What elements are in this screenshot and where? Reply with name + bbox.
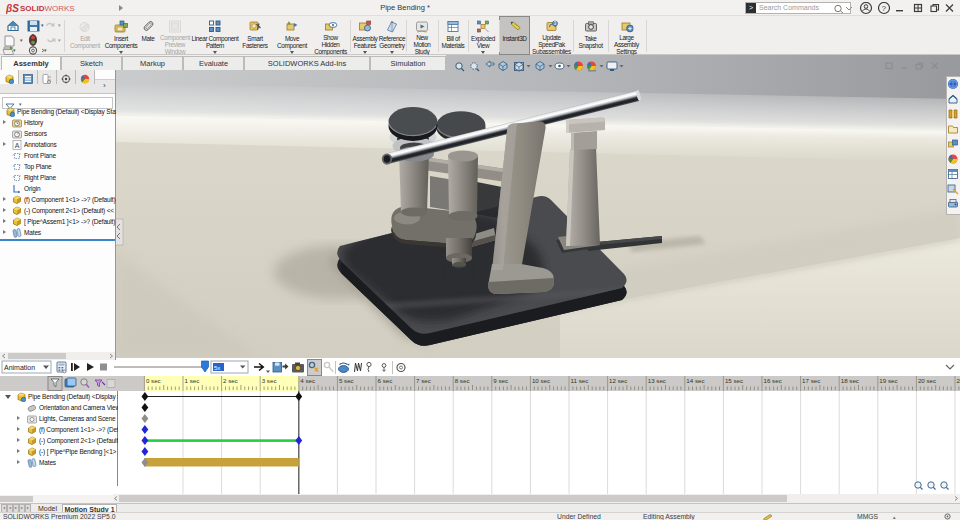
svg-text:0 sec: 0 sec <box>146 377 161 384</box>
svg-text:4 sec: 4 sec <box>300 377 315 384</box>
svg-text:15 sec: 15 sec <box>725 377 743 384</box>
svg-text:19 sec: 19 sec <box>879 377 897 384</box>
svg-text:12 sec: 12 sec <box>609 377 627 384</box>
svg-text:13 sec: 13 sec <box>648 377 666 384</box>
svg-text:6 sec: 6 sec <box>378 377 393 384</box>
svg-text:18 sec: 18 sec <box>841 377 859 384</box>
svg-text:9 sec: 9 sec <box>493 377 508 384</box>
svg-text:14 sec: 14 sec <box>686 377 704 384</box>
svg-text:5x: 5x <box>214 365 220 371</box>
svg-text:Animation: Animation <box>4 364 35 371</box>
svg-text:7 sec: 7 sec <box>416 377 431 384</box>
svg-text:1 sec: 1 sec <box>185 377 200 384</box>
svg-text:20 sec: 20 sec <box>918 377 936 384</box>
svg-text:?: ? <box>882 4 887 13</box>
svg-text:16 sec: 16 sec <box>764 377 782 384</box>
svg-text:2 sec: 2 sec <box>223 377 238 384</box>
svg-text:5 sec: 5 sec <box>339 377 354 384</box>
svg-text:8 sec: 8 sec <box>455 377 470 384</box>
svg-text:10 sec: 10 sec <box>532 377 550 384</box>
svg-text:3 sec: 3 sec <box>262 377 277 384</box>
svg-text:17 sec: 17 sec <box>802 377 820 384</box>
svg-text:A: A <box>15 142 20 149</box>
svg-text:21 s: 21 s <box>957 377 960 384</box>
svg-text:11 sec: 11 sec <box>571 377 589 384</box>
